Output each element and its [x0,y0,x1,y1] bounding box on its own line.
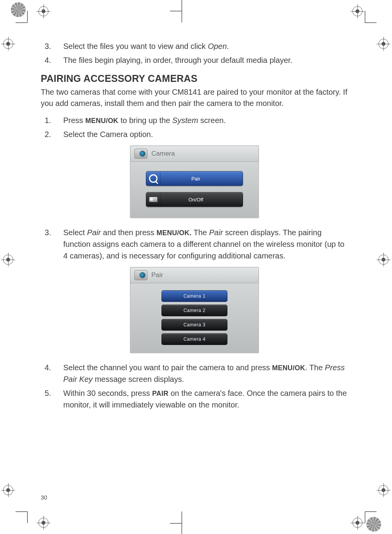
crop-mark [16,23,27,23]
step-item: 5.Within 30 seconds, press PAIR on the c… [41,387,348,411]
screenshot-body: PairOn/Off [130,162,258,218]
crop-mark [170,523,182,524]
screenshot-title: Camera [151,150,175,158]
menu-button-label: On/Off [161,197,243,203]
menu-button-label: Pair [161,176,243,182]
step-item: 4.Select the channel you want to pair th… [41,362,348,385]
camera-list-item: Camera 3 [161,319,227,331]
step-text: Select Pair and then press MENU/OK. The … [63,227,348,262]
page-number: 30 [41,494,47,501]
registration-mark-icon [3,39,13,49]
camera-list-item: Camera 4 [161,333,227,345]
step-number: 4. [41,54,63,66]
intro-paragraph: The two cameras that come with your CM81… [41,87,348,109]
step-text: The files begin playing, in order, throu… [63,54,348,66]
crop-mark [27,511,28,523]
camera-list-item: Camera 1 [161,290,227,302]
crop-mark [16,511,27,512]
crop-mark [182,511,182,534]
registration-mark-icon [378,39,389,49]
color-bar-icon [366,517,381,532]
toggle-icon [149,197,158,202]
registration-mark-icon [352,518,363,528]
crop-mark [365,11,365,23]
crop-mark [365,511,376,512]
camera-icon [134,149,147,159]
screenshot-title: Pair [151,271,163,279]
step-text: Press MENU/OK to bring up the System scr… [63,114,348,126]
section-heading: PAIRING ACCESSORY CAMERAS [41,73,348,84]
step-item: 3.Select Pair and then press MENU/OK. Th… [41,227,348,262]
camera-list-item: Camera 2 [161,305,227,316]
step-item: 4. The files begin playing, in order, th… [41,54,348,66]
crop-mark [27,11,28,23]
pair-menu-button: Pair [146,171,243,186]
registration-mark-icon [38,6,49,16]
registration-mark-icon [378,485,389,495]
registration-mark-icon [3,255,13,265]
registration-mark-icon [352,6,363,16]
steps-list-a: 1.Press MENU/OK to bring up the System s… [41,114,348,140]
step-text: Select the Camera option. [63,128,348,140]
screenshot-header: Pair [130,267,258,283]
step-number: 4. [41,362,63,385]
step-item: 2.Select the Camera option. [41,128,348,140]
step-item: 3. Select the files you want to view and… [41,40,348,52]
step-text: Select the channel you want to pair the … [63,362,348,385]
top-steps-list: 3. Select the files you want to view and… [41,40,348,66]
magnifier-icon [149,174,158,183]
step-item: 1.Press MENU/OK to bring up the System s… [41,114,348,126]
crop-mark [365,23,376,23]
crop-mark [182,0,182,23]
steps-list-c: 4.Select the channel you want to pair th… [41,362,348,411]
registration-mark-icon [38,518,49,528]
screenshot-body: Camera 1Camera 2Camera 3Camera 4 [130,283,258,353]
camera-menu-screenshot: Camera PairOn/Off [130,146,259,218]
screenshot-header: Camera [130,146,258,162]
camera-icon [134,270,147,280]
page-content: 3. Select the files you want to view and… [38,23,356,512]
step-text: Within 30 seconds, press PAIR on the cam… [63,387,348,411]
registration-mark-icon [3,485,13,495]
step-number: 3. [41,227,63,262]
steps-list-b: 3.Select Pair and then press MENU/OK. Th… [41,227,348,262]
crop-mark [365,511,365,523]
crop-mark [170,11,182,11]
registration-mark-icon [378,255,389,265]
on-off-menu-button: On/Off [146,192,243,207]
step-number: 2. [41,128,63,140]
step-number: 5. [41,387,63,411]
color-bar-icon [11,2,26,17]
pair-menu-screenshot: Pair Camera 1Camera 2Camera 3Camera 4 [130,267,259,353]
step-number: 1. [41,114,63,126]
step-text: Select the files you want to view and cl… [63,40,348,52]
step-number: 3. [41,40,63,52]
